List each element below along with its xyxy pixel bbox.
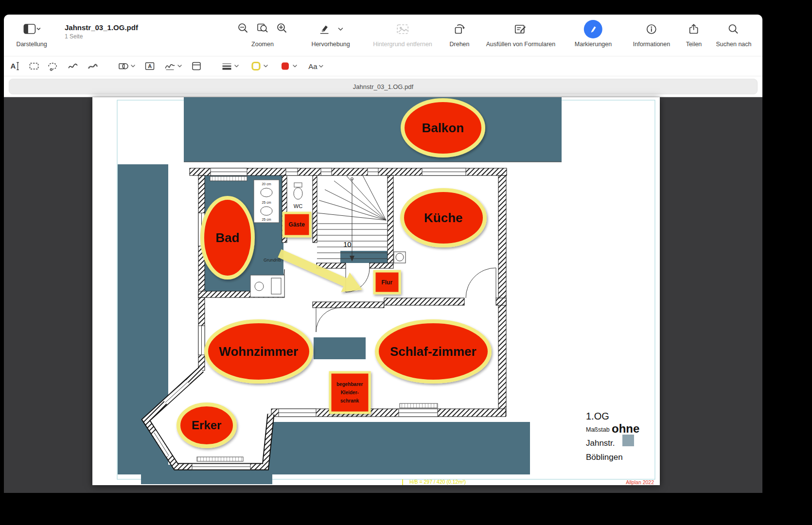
- fill-color-swatch-icon: [280, 60, 291, 72]
- svg-text:25 cm: 25 cm: [262, 201, 271, 204]
- floor-label: 1.OG: [586, 411, 609, 421]
- chevron-down-icon: [234, 64, 239, 68]
- markierungen-label: Markierungen: [575, 41, 612, 48]
- zoom-out-icon: [237, 22, 249, 35]
- chevron-down-icon: [177, 64, 182, 68]
- informationen-button[interactable]: Informationen: [633, 19, 670, 48]
- annotation-kleiderschrank[interactable]: begehbarer Kleider- schrank: [330, 372, 370, 413]
- annotation-erker[interactable]: Erker: [178, 404, 235, 446]
- chevron-down-icon: [319, 64, 324, 68]
- draw-tool[interactable]: [87, 60, 99, 72]
- fill-form-icon: [514, 23, 528, 35]
- annotation-bad[interactable]: Bad: [202, 198, 253, 278]
- rect-selection-tool[interactable]: [28, 60, 40, 72]
- stairs: [317, 175, 388, 262]
- chevron-down-icon: [337, 27, 343, 32]
- lasso-icon: [47, 60, 58, 72]
- text-style-label: Aa: [308, 62, 317, 70]
- draw-squiggle-icon: [87, 60, 99, 72]
- informationen-label: Informationen: [633, 41, 670, 48]
- suchen-button[interactable]: Suchen nach: [716, 19, 752, 48]
- markierungen-button[interactable]: Markierungen: [575, 19, 612, 48]
- text-selection-tool[interactable]: A: [9, 60, 20, 72]
- suchen-label: Suchen nach: [716, 41, 752, 48]
- selection-rect-icon: [28, 60, 40, 72]
- annotation-schlafzimmer[interactable]: Schlaf-zimmer: [377, 321, 490, 382]
- annotation-balkon[interactable]: Balkon: [403, 100, 483, 156]
- smart-lasso-tool[interactable]: [47, 60, 58, 72]
- drehen-label: Drehen: [450, 41, 470, 48]
- grundriss-text: Grundriß: [264, 258, 281, 262]
- annotation-gaeste[interactable]: Gäste: [283, 213, 310, 236]
- svg-text:begehbarer: begehbarer: [336, 382, 363, 387]
- annotation-flur[interactable]: Flur: [374, 271, 400, 293]
- share-icon: [688, 23, 700, 35]
- svg-text:Küche: Küche: [424, 210, 462, 225]
- title-block: 1.OG Maßstab ohne Jahnstr. Böblingen: [586, 411, 639, 462]
- hervorhebung-button[interactable]: Hervorhebung: [311, 19, 350, 48]
- chevron-down-icon: [131, 64, 136, 68]
- svg-text:Gäste: Gäste: [289, 221, 305, 228]
- border-color-tool[interactable]: [250, 60, 268, 72]
- zoom-in-button[interactable]: [276, 22, 288, 36]
- street-label: Jahnstr.: [586, 438, 615, 448]
- city-label: Böblingen: [586, 453, 623, 462]
- drehen-button[interactable]: Drehen: [450, 19, 470, 48]
- zoom-in-icon: [276, 22, 288, 35]
- svg-text:A: A: [11, 62, 16, 70]
- wc-label: WC: [294, 203, 302, 209]
- zoom-fit-button[interactable]: [256, 22, 269, 36]
- pdf-page[interactable]: 10 20 cm 25 cm 25 cm: [92, 97, 660, 485]
- svg-text:Balkon: Balkon: [422, 121, 464, 135]
- stair-count: 10: [343, 240, 352, 248]
- floorplan-drawing: 10 20 cm 25 cm 25 cm: [92, 97, 660, 485]
- teilen-button[interactable]: Teilen: [686, 19, 702, 48]
- svg-text:Flur: Flur: [382, 279, 393, 286]
- shapes-icon: [118, 60, 129, 72]
- svg-text:schrank: schrank: [340, 398, 359, 403]
- document-canvas: 10 20 cm 25 cm 25 cm: [4, 97, 762, 493]
- annotation-wohnzimmer[interactable]: Wohnzimmer: [206, 321, 311, 382]
- teilen-label: Teilen: [686, 41, 702, 48]
- text-box-icon: A: [144, 60, 156, 72]
- markup-pen-icon: [584, 20, 602, 38]
- rotate-icon: [453, 23, 466, 35]
- svg-text:25 cm: 25 cm: [262, 218, 271, 221]
- darstellung-button[interactable]: Darstellung: [16, 19, 47, 48]
- massstab-label: Maßstab: [586, 426, 610, 433]
- ausfuellen-label: Ausfüllen von Formularen: [486, 41, 555, 48]
- svg-text:Kleider-: Kleider-: [341, 390, 359, 395]
- zoom-out-button[interactable]: [237, 22, 249, 36]
- line-weight-icon: [221, 60, 233, 72]
- svg-text:Bad: Bad: [215, 230, 239, 245]
- zoom-group: Zoomen: [237, 19, 288, 48]
- remove-background-icon: [396, 23, 409, 35]
- text-box-tool[interactable]: A: [144, 60, 156, 72]
- fill-color-tool[interactable]: [280, 60, 298, 72]
- svg-text:Wohnzimmer: Wohnzimmer: [219, 344, 299, 359]
- chevron-down-icon: [293, 64, 298, 68]
- svg-text:Schlaf-zimmer: Schlaf-zimmer: [390, 344, 477, 359]
- sidebar-icon: [23, 19, 40, 39]
- line-weight-tool[interactable]: [221, 60, 239, 72]
- hervorhebung-label: Hervorhebung: [311, 41, 350, 48]
- highlighter-icon: [318, 23, 331, 35]
- search-icon: [727, 23, 740, 35]
- markup-toolbar: A: [4, 56, 762, 76]
- text-style-tool[interactable]: Aa: [308, 62, 323, 70]
- document-title: Jahnstr_03_1.OG.pdf: [65, 23, 138, 32]
- document-page-count: 1 Seite: [65, 33, 138, 40]
- filename-pill: Jahnstr_03_1.OG.pdf: [9, 79, 758, 94]
- filename-bar: Jahnstr_03_1.OG.pdf: [4, 76, 762, 97]
- kitchen-shaft: [394, 252, 406, 263]
- ausfuellen-button[interactable]: Ausfüllen von Formularen: [486, 19, 555, 48]
- chevron-down-icon: [264, 64, 268, 68]
- darstellung-label: Darstellung: [16, 41, 47, 48]
- text-select-icon: A: [9, 60, 20, 72]
- signature-tool[interactable]: [164, 60, 182, 72]
- sketch-tool[interactable]: [67, 60, 79, 72]
- annotation-kueche[interactable]: Küche: [402, 190, 485, 245]
- shapes-tool[interactable]: [118, 60, 136, 72]
- note-tool[interactable]: [191, 60, 202, 72]
- software-label: Allplan 2022: [626, 479, 654, 485]
